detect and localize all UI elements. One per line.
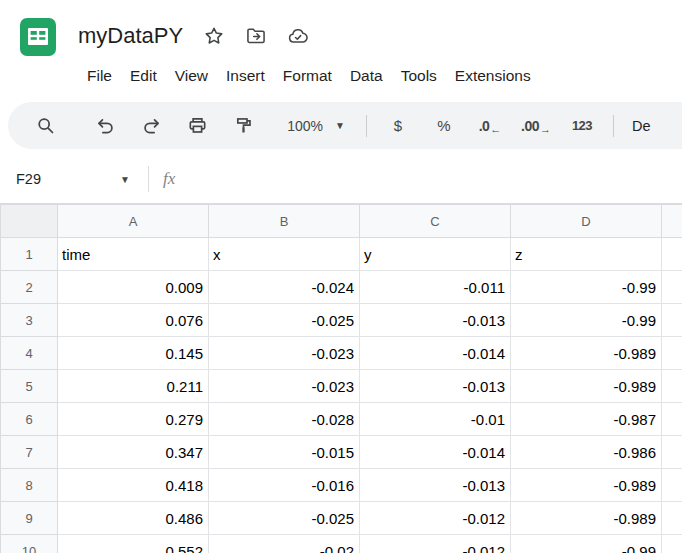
column-header[interactable] — [662, 205, 682, 238]
redo-icon[interactable] — [128, 108, 174, 144]
menu-item-tools[interactable]: Tools — [392, 63, 446, 89]
cell[interactable]: 0.347 — [58, 436, 209, 469]
format-percent-button[interactable]: % — [421, 108, 467, 144]
cell[interactable] — [662, 502, 682, 535]
cell[interactable]: -0.989 — [511, 502, 662, 535]
cell[interactable]: z — [511, 238, 662, 271]
cell[interactable] — [662, 403, 682, 436]
cell[interactable]: -0.012 — [360, 502, 511, 535]
row-header-1[interactable]: 1 — [1, 238, 58, 271]
cell[interactable]: -0.013 — [360, 304, 511, 337]
cell[interactable]: 0.076 — [58, 304, 209, 337]
column-header-c[interactable]: C — [360, 205, 511, 238]
cell[interactable] — [662, 469, 682, 502]
cell[interactable] — [662, 337, 682, 370]
row-header-2[interactable]: 2 — [1, 271, 58, 304]
cell[interactable]: -0.016 — [209, 469, 360, 502]
fx-icon[interactable]: fx — [163, 169, 175, 189]
formula-bar: F29 ▼ fx — [0, 155, 682, 203]
cell[interactable]: 0.418 — [58, 469, 209, 502]
zoom-selector[interactable]: 100% ▼ — [274, 108, 358, 144]
cell[interactable]: x — [209, 238, 360, 271]
column-header-d[interactable]: D — [511, 205, 662, 238]
cell[interactable] — [662, 436, 682, 469]
cloud-status-icon[interactable] — [287, 25, 309, 47]
sheets-logo-icon[interactable] — [18, 17, 58, 57]
paint-format-icon[interactable] — [220, 108, 266, 144]
cell[interactable]: -0.014 — [360, 337, 511, 370]
undo-icon[interactable] — [82, 108, 128, 144]
cell[interactable]: 0.009 — [58, 271, 209, 304]
cell[interactable]: -0.013 — [360, 469, 511, 502]
cell[interactable] — [662, 304, 682, 337]
name-box[interactable]: F29 ▼ — [12, 164, 140, 194]
menu-item-format[interactable]: Format — [274, 63, 341, 89]
column-header-a[interactable]: A — [58, 205, 209, 238]
spreadsheet-grid: ABCD 1timexyz20.009-0.024-0.011-0.9930.0… — [0, 203, 682, 553]
row-header-3[interactable]: 3 — [1, 304, 58, 337]
increase-decimal-button[interactable]: .00→ — [513, 108, 559, 144]
cell[interactable]: -0.989 — [511, 370, 662, 403]
star-icon[interactable] — [203, 25, 225, 47]
menu-item-insert[interactable]: Insert — [217, 63, 274, 89]
cell[interactable]: -0.012 — [360, 535, 511, 553]
row-header-6[interactable]: 6 — [1, 403, 58, 436]
menu-item-edit[interactable]: Edit — [121, 63, 166, 89]
cell[interactable]: 0.552 — [58, 535, 209, 553]
cell[interactable]: -0.023 — [209, 370, 360, 403]
cell[interactable] — [662, 238, 682, 271]
cell[interactable]: -0.013 — [360, 370, 511, 403]
cell[interactable]: -0.025 — [209, 502, 360, 535]
row-header-7[interactable]: 7 — [1, 436, 58, 469]
cell[interactable]: -0.987 — [511, 403, 662, 436]
cell[interactable] — [662, 271, 682, 304]
arrow-left-icon: ← — [490, 123, 501, 135]
search-icon[interactable] — [22, 108, 68, 144]
menu-item-view[interactable]: View — [166, 63, 217, 89]
column-header-b[interactable]: B — [209, 205, 360, 238]
font-selector[interactable]: De — [632, 118, 651, 134]
cell[interactable]: -0.014 — [360, 436, 511, 469]
menu-item-extensions[interactable]: Extensions — [446, 63, 540, 89]
row-header-8[interactable]: 8 — [1, 469, 58, 502]
print-icon[interactable] — [174, 108, 220, 144]
row-header-9[interactable]: 9 — [1, 502, 58, 535]
cell[interactable]: -0.011 — [360, 271, 511, 304]
document-title[interactable]: myDataPY — [78, 23, 183, 49]
row-header-10[interactable]: 10 — [1, 535, 58, 553]
cell[interactable]: -0.99 — [511, 535, 662, 553]
decrease-decimal-button[interactable]: .0← — [467, 108, 513, 144]
cell[interactable]: 0.486 — [58, 502, 209, 535]
menu-item-file[interactable]: File — [78, 63, 121, 89]
cell[interactable]: -0.02 — [209, 535, 360, 553]
cell[interactable]: -0.015 — [209, 436, 360, 469]
cell[interactable]: -0.01 — [360, 403, 511, 436]
row-header-4[interactable]: 4 — [1, 337, 58, 370]
cell[interactable]: 0.145 — [58, 337, 209, 370]
number-format-button[interactable]: 123 — [559, 108, 605, 144]
row-header-5[interactable]: 5 — [1, 370, 58, 403]
cell[interactable]: -0.989 — [511, 337, 662, 370]
sheet-row-3: 30.076-0.025-0.013-0.99 — [1, 304, 682, 337]
cell[interactable]: -0.99 — [511, 271, 662, 304]
cell[interactable]: time — [58, 238, 209, 271]
menu-item-data[interactable]: Data — [341, 63, 392, 89]
format-currency-button[interactable]: $ — [375, 108, 421, 144]
cell[interactable] — [662, 535, 682, 553]
cell[interactable]: -0.028 — [209, 403, 360, 436]
cell[interactable]: -0.025 — [209, 304, 360, 337]
cell[interactable]: -0.023 — [209, 337, 360, 370]
cell[interactable]: -0.986 — [511, 436, 662, 469]
move-to-folder-icon[interactable] — [245, 25, 267, 47]
sheet-row-5: 50.211-0.023-0.013-0.989 — [1, 370, 682, 403]
cell[interactable]: 0.211 — [58, 370, 209, 403]
sheet-row-1: 1timexyz — [1, 238, 682, 271]
select-all-corner[interactable] — [1, 205, 58, 238]
cell[interactable]: -0.024 — [209, 271, 360, 304]
chevron-down-icon: ▼ — [120, 174, 130, 185]
cell[interactable]: y — [360, 238, 511, 271]
cell[interactable]: -0.989 — [511, 469, 662, 502]
cell[interactable]: 0.279 — [58, 403, 209, 436]
cell[interactable]: -0.99 — [511, 304, 662, 337]
cell[interactable] — [662, 370, 682, 403]
